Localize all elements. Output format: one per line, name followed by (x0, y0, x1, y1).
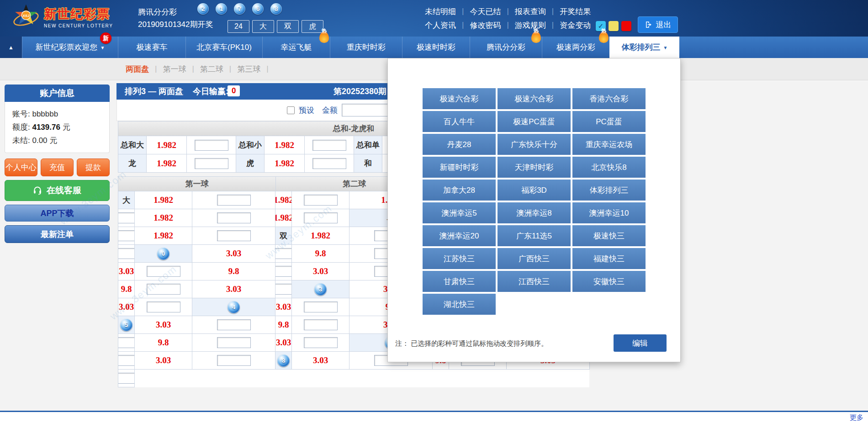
lottery-option[interactable]: 重庆幸运农场 (572, 134, 646, 155)
bet-amount-input[interactable] (217, 319, 251, 330)
lottery-option[interactable]: 福建快三 (572, 248, 646, 269)
bet-amount-input[interactable] (275, 266, 292, 277)
lottery-option[interactable]: 江西快三 (498, 271, 571, 292)
lottery-option[interactable]: 甘肃快三 (423, 271, 496, 292)
site-logo[interactable]: XSJ 新世纪彩票 NEW CENTURY LOTTERY (12, 3, 113, 31)
bet-amount-input[interactable] (195, 158, 228, 169)
preset-checkbox[interactable] (287, 106, 295, 114)
sidebar-button[interactable]: 提款 (77, 159, 110, 176)
nav-item-4[interactable]: 幸运飞艇热 (262, 37, 330, 58)
lottery-option[interactable]: 新疆时时彩 (423, 157, 496, 178)
nav-item-6[interactable]: 极速时时彩 (402, 37, 470, 58)
bet-amount-input[interactable] (118, 373, 135, 384)
panel-title: 排列3 — 两面盘 (125, 86, 183, 97)
nav-item-5[interactable]: 重庆时时彩 (330, 37, 402, 58)
nav-item-2[interactable]: 极速赛车 (118, 37, 185, 58)
result-tags: 24大双虎 (228, 20, 323, 33)
lottery-option[interactable]: 极速快三 (572, 225, 646, 246)
lottery-option[interactable]: 澳洲幸运5 (423, 202, 496, 223)
subnav-tab[interactable]: 第二球 (200, 64, 223, 74)
edit-button[interactable]: 编辑 (614, 334, 667, 352)
lottery-option[interactable]: 丹麦28 (423, 134, 496, 155)
lottery-option[interactable]: 广东快乐十分 (498, 134, 571, 155)
header-links: 未结明细|今天已结|报表查询|开奖结果 个人资讯|修改密码|游戏规则|资金变动 (425, 5, 591, 32)
amount-input[interactable] (342, 104, 390, 116)
lottery-option[interactable]: 广西快三 (498, 248, 571, 269)
bet-amount-input[interactable] (217, 212, 251, 223)
logout-button[interactable]: 退出 (638, 16, 678, 33)
bet-amount-input[interactable] (118, 230, 135, 241)
sidebar-button[interactable]: 个人中心 (5, 159, 37, 176)
bet-input-cell (118, 245, 135, 263)
bet-amount-input[interactable] (304, 337, 338, 348)
lottery-option[interactable]: 福彩3D (498, 180, 571, 201)
result-ball: 6 (252, 3, 264, 15)
header-link[interactable]: 修改密码 (470, 20, 501, 31)
account-field: 未结: 0.00 元 (12, 134, 102, 147)
header-link[interactable]: 报表查询 (515, 6, 546, 17)
nav-item-label: 重庆时时彩 (347, 43, 386, 52)
header-link[interactable]: 未结明细 (425, 6, 456, 17)
bet-amount-input[interactable] (217, 195, 251, 206)
header-link[interactable]: 开奖结果 (560, 6, 591, 17)
lottery-option[interactable]: 北京快乐8 (572, 157, 646, 178)
bet-amount-input[interactable] (312, 158, 346, 169)
lottery-option[interactable]: 澳洲幸运10 (572, 202, 646, 223)
bet-amount-input[interactable] (118, 337, 135, 348)
nav-item-8[interactable]: 极速两分彩热 (542, 37, 609, 58)
bet-amount-input[interactable] (195, 140, 228, 151)
bet-amount-input[interactable] (118, 355, 135, 366)
header-link[interactable]: 今天已结 (470, 6, 501, 17)
account-field-suffix: 元 (60, 123, 70, 132)
bet-amount-input[interactable] (217, 230, 251, 241)
bet-amount-input[interactable] (217, 355, 251, 366)
theme-swatch[interactable] (609, 21, 619, 31)
subnav-tab[interactable]: 第三球 (237, 64, 260, 74)
bet-amount-input[interactable] (147, 301, 180, 312)
lottery-option[interactable]: 加拿大28 (423, 180, 496, 201)
lottery-option[interactable]: 百人牛牛 (423, 111, 496, 132)
result-ball: 7 (234, 3, 245, 15)
bet-amount-input[interactable] (304, 319, 338, 330)
header-link[interactable]: 个人资讯 (425, 20, 456, 31)
lottery-option[interactable]: 安徽快三 (572, 271, 646, 292)
nav-item-1[interactable]: 新世纪彩票欢迎您▼新 (22, 37, 118, 58)
nav-item-3[interactable]: 北京赛车(PK10) (185, 37, 262, 58)
lottery-option[interactable]: 体彩排列三 (572, 180, 646, 201)
lottery-option[interactable]: 江苏快三 (423, 248, 496, 269)
bet-input-cell (187, 136, 236, 154)
nav-item-7[interactable]: 腾讯分分彩热 (470, 37, 542, 58)
lottery-option[interactable]: 极速六合彩 (423, 88, 496, 109)
nav-collapse-button[interactable]: ▲ (0, 37, 22, 58)
bet-amount-input[interactable] (275, 284, 292, 295)
lottery-option[interactable]: 广东11选5 (498, 225, 571, 246)
subnav-tab[interactable]: 第一球 (163, 64, 186, 74)
bet-amount-input[interactable] (118, 248, 135, 259)
subnav-tab[interactable]: 两面盘 (126, 64, 149, 74)
preset-amount-controls: 预设 金额 (287, 100, 390, 121)
bet-amount-input[interactable] (304, 301, 338, 312)
lottery-option[interactable]: 澳洲幸运20 (423, 225, 496, 246)
bet-odds: 9.8 (135, 334, 192, 352)
theme-swatch[interactable] (621, 21, 631, 31)
account-info-box: 账号: bbbbbb额度: 4139.76 元未结: 0.00 元 (5, 102, 110, 153)
app-download-button[interactable]: APP下载 (5, 205, 110, 222)
lottery-option[interactable]: 香港六合彩 (572, 88, 646, 109)
lottery-option[interactable]: 极速PC蛋蛋 (498, 111, 571, 132)
lottery-option[interactable]: PC蛋蛋 (572, 111, 646, 132)
bet-input-cell (118, 209, 135, 227)
header-link[interactable]: 资金变动 (560, 20, 591, 31)
more-link[interactable]: 更多 (850, 413, 863, 422)
nav-item-9[interactable]: 体彩排列三▼ (609, 37, 679, 58)
bet-amount-input[interactable] (217, 337, 251, 348)
lottery-option[interactable]: 澳洲幸运8 (498, 202, 571, 223)
latest-orders-button[interactable]: 最新注单 (5, 225, 110, 243)
bet-amount-input[interactable] (118, 212, 135, 223)
lottery-option[interactable]: 湖北快三 (423, 294, 496, 315)
sidebar-button[interactable]: 充值 (41, 159, 74, 176)
bet-amount-input[interactable] (304, 195, 338, 206)
header-link[interactable]: 游戏规则 (515, 20, 546, 31)
lottery-option[interactable]: 天津时时彩 (498, 157, 571, 178)
lottery-option[interactable]: 极速六合彩 (498, 88, 571, 109)
bet-amount-input[interactable] (312, 140, 346, 151)
